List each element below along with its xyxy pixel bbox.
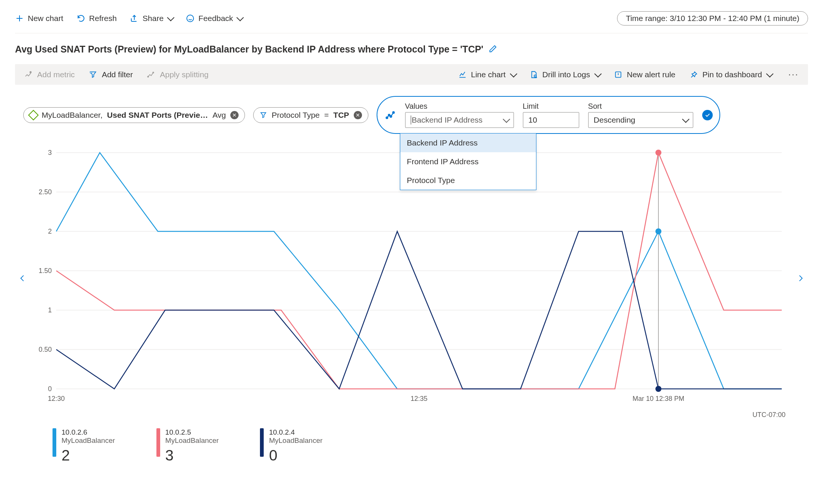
smile-icon xyxy=(186,14,195,23)
loadbalancer-icon xyxy=(28,110,39,120)
share-button[interactable]: Share xyxy=(130,14,173,23)
share-icon xyxy=(130,14,139,23)
legend-color-bar xyxy=(53,428,56,457)
legend-item[interactable]: 10.0.2.5 MyLoadBalancer 3 xyxy=(156,428,219,464)
filter-value: TCP xyxy=(333,111,349,120)
chart-title: Avg Used SNAT Ports (Preview) for MyLoad… xyxy=(15,44,484,55)
limit-label: Limit xyxy=(523,102,579,111)
apply-split-button[interactable] xyxy=(702,110,713,120)
limit-input[interactable]: 10 xyxy=(523,112,579,128)
svg-text:2: 2 xyxy=(48,228,52,235)
legend-series-name: 10.0.2.5 xyxy=(165,428,219,436)
sort-label: Sort xyxy=(588,102,693,111)
svg-point-10 xyxy=(392,111,394,113)
new-alert-label: New alert rule xyxy=(627,70,676,79)
feedback-button[interactable]: Feedback xyxy=(186,14,242,23)
svg-text:12:30: 12:30 xyxy=(48,395,65,402)
add-filter-label: Add filter xyxy=(102,70,133,79)
prev-chart-button[interactable] xyxy=(15,149,30,408)
svg-text:1: 1 xyxy=(48,306,52,314)
splitting-icon xyxy=(386,110,396,120)
limit-value: 10 xyxy=(529,116,537,124)
apply-splitting-label: Apply splitting xyxy=(160,70,209,79)
legend-item[interactable]: 10.0.2.6 MyLoadBalancer 2 xyxy=(53,428,115,464)
pencil-icon xyxy=(489,45,497,53)
filter-op: = xyxy=(324,111,329,120)
chart-toolbar-right: Line chart Drill into Logs New alert rul… xyxy=(458,69,799,80)
logs-icon xyxy=(530,70,538,79)
values-select[interactable]: Backend IP Address xyxy=(405,112,514,128)
dropdown-option[interactable]: Frontend IP Address xyxy=(400,152,536,171)
chevron-down-icon xyxy=(510,70,517,77)
svg-point-8 xyxy=(388,114,390,116)
dropdown-option[interactable]: Backend IP Address xyxy=(400,134,536,152)
svg-text:0.50: 0.50 xyxy=(39,346,52,353)
svg-point-30 xyxy=(655,150,661,156)
add-filter-button[interactable]: Add filter xyxy=(89,70,133,79)
pills-row: MyLoadBalancer, Used SNAT Ports (Previe…… xyxy=(23,96,808,134)
refresh-button[interactable]: Refresh xyxy=(77,14,117,23)
sort-value: Descending xyxy=(594,116,635,124)
time-range-label: Time range: 3/10 12:30 PM - 12:40 PM (1 … xyxy=(626,14,799,22)
utc-label: UTC-07:00 xyxy=(752,411,785,419)
svg-text:3: 3 xyxy=(48,149,52,156)
limit-field: Limit 10 xyxy=(523,102,579,128)
svg-text:2.50: 2.50 xyxy=(39,188,52,196)
chart-toolbar: Add metric Add filter Apply splitting Li… xyxy=(15,64,808,85)
legend-color-bar xyxy=(260,428,264,457)
pin-dashboard-button[interactable]: Pin to dashboard xyxy=(690,70,772,79)
dropdown-option[interactable]: Protocol Type xyxy=(400,171,536,190)
metric-agg: Avg xyxy=(212,111,226,120)
values-field: Values Backend IP Address xyxy=(405,102,514,128)
feedback-label: Feedback xyxy=(198,14,233,23)
refresh-label: Refresh xyxy=(89,14,117,23)
add-metric-button[interactable]: Add metric xyxy=(24,70,75,79)
metric-pill[interactable]: MyLoadBalancer, Used SNAT Ports (Previe…… xyxy=(23,107,245,123)
sort-select[interactable]: Descending xyxy=(588,112,693,128)
new-alert-button[interactable]: New alert rule xyxy=(614,70,676,79)
legend-current-value: 3 xyxy=(165,447,219,464)
legend-resource: MyLoadBalancer xyxy=(62,436,115,445)
pin-label: Pin to dashboard xyxy=(703,70,762,79)
filter-dimension: Protocol Type xyxy=(272,111,320,120)
chevron-down-icon xyxy=(237,14,244,21)
drill-logs-button[interactable]: Drill into Logs xyxy=(530,70,600,79)
filter-icon xyxy=(89,70,97,79)
next-chart-button[interactable] xyxy=(793,149,808,408)
filter-pill[interactable]: Protocol Type = TCP ✕ xyxy=(253,107,368,123)
svg-point-7 xyxy=(386,117,388,118)
new-chart-button[interactable]: New chart xyxy=(15,14,63,23)
funnel-icon xyxy=(260,111,267,119)
values-dropdown: Backend IP Address Frontend IP Address P… xyxy=(400,133,536,190)
remove-metric-button[interactable]: ✕ xyxy=(230,111,239,119)
sort-field: Sort Descending xyxy=(588,102,693,128)
check-icon xyxy=(704,112,710,118)
time-range-button[interactable]: Time range: 3/10 12:30 PM - 12:40 PM (1 … xyxy=(617,11,808,26)
share-label: Share xyxy=(143,14,164,23)
svg-point-4 xyxy=(153,72,154,73)
drill-logs-label: Drill into Logs xyxy=(542,70,590,79)
more-button[interactable]: ··· xyxy=(788,69,799,80)
chevron-down-icon xyxy=(682,116,689,123)
chevron-down-icon xyxy=(167,14,174,21)
chart-type-button[interactable]: Line chart xyxy=(458,70,515,79)
chart-type-label: Line chart xyxy=(471,70,506,79)
legend-resource: MyLoadBalancer xyxy=(165,436,219,445)
metric-resource: MyLoadBalancer, xyxy=(42,111,102,120)
chevron-down-icon xyxy=(594,70,602,77)
svg-point-1 xyxy=(30,71,32,73)
legend-text: 10.0.2.5 MyLoadBalancer 3 xyxy=(165,428,219,464)
add-metric-label: Add metric xyxy=(37,70,75,79)
chevron-right-icon xyxy=(796,272,805,285)
svg-text:1.50: 1.50 xyxy=(39,267,52,274)
apply-splitting-button[interactable]: Apply splitting xyxy=(147,70,209,79)
remove-filter-button[interactable]: ✕ xyxy=(354,111,362,119)
legend-current-value: 0 xyxy=(269,447,323,464)
legend-item[interactable]: 10.0.2.4 MyLoadBalancer 0 xyxy=(260,428,323,464)
plus-icon xyxy=(15,14,24,23)
chevron-down-icon xyxy=(503,116,510,123)
legend: 10.0.2.6 MyLoadBalancer 2 10.0.2.5 MyLoa… xyxy=(53,428,808,464)
edit-title-button[interactable] xyxy=(489,45,497,54)
legend-series-name: 10.0.2.4 xyxy=(269,428,323,436)
svg-point-31 xyxy=(655,386,661,392)
